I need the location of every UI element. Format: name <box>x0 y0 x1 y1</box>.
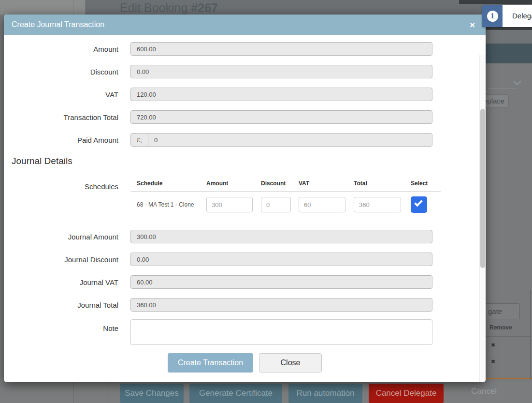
journal-total-field[interactable] <box>130 298 432 312</box>
discount-field[interactable] <box>130 65 432 78</box>
create-journal-transaction-modal: Create Journal Transaction × Amount Disc… <box>4 15 486 382</box>
row-amount-input[interactable] <box>206 197 253 212</box>
divider <box>73 382 74 403</box>
replace-button[interactable]: eplace <box>486 94 509 108</box>
col-select: Select <box>411 180 441 187</box>
panel-border <box>530 290 531 379</box>
cancel-link[interactable]: Cancel <box>471 387 497 396</box>
journal-vat-field[interactable] <box>130 275 432 289</box>
background-panel-header <box>486 44 532 63</box>
background-bottom-bar: Save Changes Generate Certificate Run au… <box>0 382 532 403</box>
schedules-table-header: Schedule Amount Discount VAT Total Selec… <box>130 180 441 192</box>
tab-delegate[interactable]: Delegat <box>503 5 532 27</box>
save-changes-button[interactable]: Save Changes <box>120 384 184 403</box>
tab-info[interactable]: i <box>482 5 503 27</box>
divider <box>486 336 530 337</box>
background-right-panel: eplace gate Remove ✖ ✖ <box>486 15 532 382</box>
divider <box>109 382 109 403</box>
note-textarea[interactable] <box>130 319 432 345</box>
col-vat: VAT <box>299 180 354 187</box>
modal-header: Create Journal Transaction × <box>4 15 486 35</box>
vat-label: VAT <box>4 90 118 99</box>
table-row: 68 - MA Test 1 - Clone <box>130 192 441 213</box>
note-label: Note <box>4 319 118 345</box>
row-discount-input[interactable] <box>261 197 291 212</box>
journal-fields: Journal Amount Journal Discount Journal … <box>4 230 486 312</box>
generate-certificate-button[interactable]: Generate Certificate <box>189 384 282 403</box>
modal-body: Amount Discount VAT Transaction Total Pa… <box>4 35 486 382</box>
col-total: Total <box>354 180 411 187</box>
amount-row: Amount <box>4 42 486 56</box>
journal-total-row: Journal Total <box>4 298 486 312</box>
info-icon: i <box>487 11 498 22</box>
modal-scrollbar <box>479 55 486 382</box>
create-transaction-button[interactable]: Create Transaction <box>168 353 253 373</box>
divider <box>106 382 106 403</box>
close-button[interactable]: Close <box>259 353 322 373</box>
col-schedule: Schedule <box>130 180 206 187</box>
transaction-total-label: Transaction Total <box>4 113 118 121</box>
schedule-name: 68 - MA Test 1 - Clone <box>130 201 206 208</box>
paid-amount-label: Paid Amount <box>4 136 118 144</box>
journal-total-label: Journal Total <box>4 301 118 309</box>
background-dark-bar <box>459 0 532 4</box>
journal-vat-label: Journal VAT <box>4 278 118 286</box>
scrollbar-thumb[interactable] <box>480 109 485 268</box>
chevron-down-icon[interactable] <box>514 78 521 86</box>
discount-label: Discount <box>4 68 118 76</box>
delegate-button-partial[interactable]: gate <box>486 303 520 319</box>
journal-amount-row: Journal Amount <box>4 230 486 243</box>
background-top-strip: Edit Booking #267 <box>0 0 532 15</box>
floating-tabs: i Delegat <box>482 5 532 27</box>
amount-field[interactable] <box>130 42 432 56</box>
close-icon[interactable]: × <box>470 20 475 30</box>
note-row: Note <box>4 319 486 345</box>
background-left-panel <box>0 0 85 15</box>
schedules-label: Schedules <box>4 180 118 213</box>
paid-amount-row: Paid Amount £; <box>4 133 486 147</box>
transaction-total-field[interactable] <box>130 110 432 124</box>
divider <box>488 89 516 89</box>
screen: Edit Booking #267 eplace gate Remove ✖ ✖… <box>0 0 532 403</box>
schedules-block: Schedules Schedule Amount Discount VAT T… <box>4 180 486 213</box>
journal-amount-field[interactable] <box>130 230 432 243</box>
remove-column-header: Remove <box>489 324 512 331</box>
paid-amount-group: £; <box>130 133 432 147</box>
remove-icon[interactable]: ✖ <box>491 358 498 365</box>
row-total-input[interactable] <box>354 197 401 212</box>
journal-discount-label: Journal Discount <box>4 255 118 264</box>
currency-addon: £; <box>131 134 148 146</box>
transaction-total-row: Transaction Total <box>4 110 486 124</box>
schedules-table: Schedule Amount Discount VAT Total Selec… <box>130 180 441 213</box>
paid-amount-field[interactable] <box>148 134 432 146</box>
divider <box>73 0 73 15</box>
journal-discount-field[interactable] <box>130 253 432 266</box>
vat-row: VAT <box>4 88 486 101</box>
discount-row: Discount <box>4 65 486 78</box>
vat-field[interactable] <box>130 88 432 101</box>
journal-discount-row: Journal Discount <box>4 253 486 266</box>
col-amount: Amount <box>206 180 261 187</box>
page-title-number: #267 <box>191 1 218 15</box>
page-title: Edit Booking #267 <box>120 1 218 15</box>
background-spacer <box>486 30 532 44</box>
remove-icon[interactable]: ✖ <box>491 342 498 348</box>
journal-vat-row: Journal VAT <box>4 275 486 289</box>
amount-label: Amount <box>4 45 118 53</box>
journal-amount-label: Journal Amount <box>4 233 118 241</box>
cancel-delegate-button[interactable]: Cancel Delegate <box>369 384 444 403</box>
journal-details-heading: Journal Details <box>12 156 486 166</box>
modal-title: Create Journal Transaction <box>12 20 470 29</box>
checkmark-icon <box>414 198 423 207</box>
select-checkbox[interactable] <box>411 196 427 213</box>
divider <box>85 0 86 15</box>
col-discount: Discount <box>261 180 299 187</box>
row-vat-input[interactable] <box>299 197 345 212</box>
modal-footer: Create Transaction Close <box>4 353 486 373</box>
page-title-text: Edit Booking <box>120 1 191 15</box>
divider <box>12 171 478 171</box>
orange-divider <box>486 378 532 379</box>
run-automation-button[interactable]: Run automation <box>288 384 362 403</box>
